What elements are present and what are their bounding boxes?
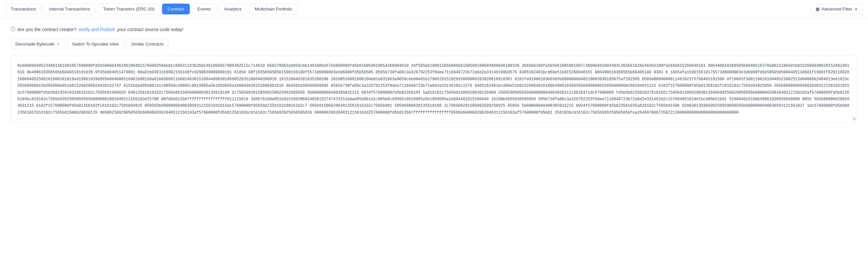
advanced-filter-label: Advanced Filter [822, 6, 852, 11]
verify-publish-link[interactable]: Verify and Publish [79, 27, 115, 32]
tab-transactions[interactable]: Transactions [5, 4, 41, 14]
bytecode-text: 0x608060405234801561001057600080fd5b5060… [17, 63, 851, 116]
info-icon: ⓘ [10, 26, 16, 32]
info-text-after: your contract source code today! [117, 27, 184, 32]
tab-token-transfers[interactable]: Token Transfers (ERC-20) [97, 4, 160, 14]
similar-contracts-button[interactable]: Similar Contracts [126, 39, 168, 49]
switch-opcodes-button[interactable]: Switch To Opcodes View [67, 39, 124, 49]
main-content: ⓘ Are you the contract creator? Verify a… [0, 18, 868, 131]
action-buttons: Decompile Bytecode↗Switch To Opcodes Vie… [10, 39, 858, 49]
decompile-bytecode-button[interactable]: Decompile Bytecode↗ [10, 39, 64, 49]
tab-contract[interactable]: Contract [162, 4, 190, 14]
nav-tabs-left: TransactionsInternal TransactionsToken T… [5, 4, 811, 14]
tab-analytics[interactable]: Analytics [218, 4, 247, 14]
bytecode-container: 0x608060405234801561001057600080fd5b5060… [10, 56, 858, 123]
nav-tabs-right: ▦ Advanced Filter ▼ [811, 4, 863, 14]
chevron-down-icon: ▼ [854, 7, 858, 11]
tab-internal-transactions[interactable]: Internal Transactions [43, 4, 96, 14]
tab-multichain-portfolio[interactable]: Multichain Portfolio [249, 4, 298, 14]
navigation-tabs: TransactionsInternal TransactionsToken T… [0, 0, 868, 18]
external-link-icon: ↗ [56, 42, 60, 47]
info-text-before: Are you the contract creator? [17, 27, 76, 32]
resize-handle[interactable]: ⇲ [852, 116, 856, 121]
filter-icon: ▦ [816, 6, 819, 11]
advanced-filter-button[interactable]: ▦ Advanced Filter ▼ [811, 4, 863, 14]
info-bar: ⓘ Are you the contract creator? Verify a… [10, 26, 858, 32]
tab-events[interactable]: Events [192, 4, 216, 14]
